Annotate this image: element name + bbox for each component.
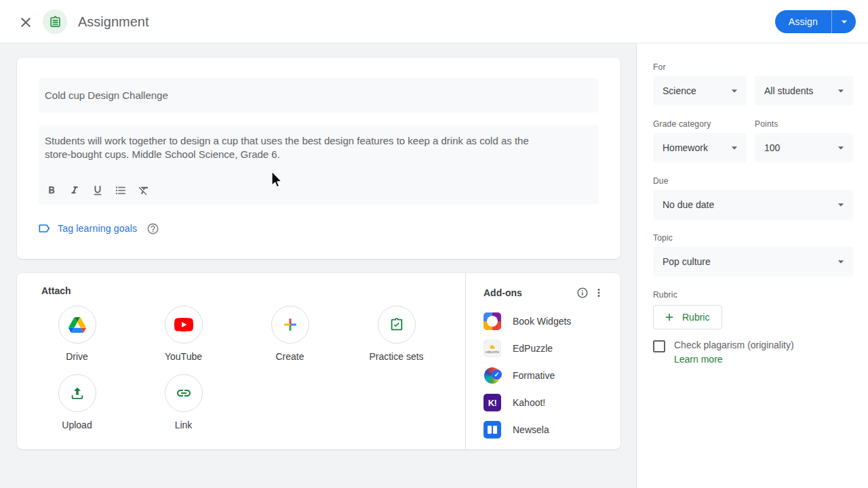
topic-label: Topic [653,233,853,243]
italic-button[interactable] [63,179,86,202]
plus-icon [663,311,675,323]
underline-button[interactable] [86,179,109,202]
attach-upload-button[interactable]: Upload [24,374,130,430]
students-select[interactable]: All students [755,76,853,106]
grade-category-select[interactable]: Homework [653,133,747,163]
addons-pane: Add-ons [465,273,620,449]
due-date-select[interactable]: No due date [653,190,853,220]
plagiarism-row: Check plagarism (originality) Learn more [653,340,853,365]
dropdown-arrow-icon [728,141,741,155]
assignment-editor: Assignment Assign Students will work tog… [0,0,868,488]
dropdown-arrow-icon [834,198,848,211]
points-select[interactable]: 100 [755,133,853,163]
dropdown-arrow-icon [837,15,851,28]
addons-menu-button[interactable] [591,285,607,301]
class-select[interactable]: Science [653,76,747,106]
attach-youtube-button[interactable]: YouTube [130,306,237,362]
addon-formative[interactable]: ✓ Formative [484,362,607,389]
dropdown-arrow-icon [834,141,848,155]
topic-select[interactable]: Pop culture [653,247,853,277]
grade-category-label: Grade category [653,119,747,129]
dropdown-arrow-icon [728,84,741,98]
dropdown-arrow-icon [834,84,848,98]
addons-info-button[interactable] [574,285,591,301]
close-icon [18,14,34,30]
formatting-toolbar [40,179,155,202]
plagiarism-checkbox[interactable] [653,340,665,352]
create-plus-icon [282,317,298,333]
google-drive-icon [68,317,86,333]
addon-edpuzzle[interactable]: edpuzzle EdPuzzle [484,335,607,362]
practice-sets-icon [389,317,404,332]
underline-icon [92,184,104,197]
dropdown-arrow-icon [834,255,848,268]
tag-icon [37,222,51,235]
instructions-field[interactable]: Students will work together to design a … [39,125,599,205]
addon-newsela[interactable]: Newsela [484,416,607,443]
book-widgets-icon [484,312,501,330]
settings-sidebar: For Science All students Grade category [636,43,868,488]
addons-list: Book Widgets edpuzzle EdPuzzle [484,308,607,443]
add-rubric-button[interactable]: Rubric [653,305,722,329]
attach-drive-label: Drive [66,351,88,362]
newsela-icon [484,421,501,439]
bold-button[interactable] [40,179,63,202]
clear-formatting-button[interactable] [132,179,155,202]
points-label: Points [755,119,853,129]
kebab-menu-icon [593,287,605,299]
page-title: Assignment [78,14,149,29]
upload-icon [70,386,85,401]
assignment-clipboard-icon [49,16,62,28]
tag-learning-goals-button[interactable]: Tag learning goals [37,222,137,235]
main-content: Students will work together to design a … [0,43,636,488]
assign-dropdown-button[interactable] [831,10,856,33]
addon-kahoot[interactable]: K! Kahoot! [484,389,607,416]
assign-split-button: Assign [775,10,856,33]
plagiarism-label: Check plagarism (originality) [674,340,794,350]
attach-upload-label: Upload [62,420,92,430]
help-icon [146,222,159,235]
for-label: For [653,62,853,72]
edpuzzle-icon: edpuzzle [484,340,501,357]
attachments-card: Attach [17,273,620,449]
help-button[interactable] [146,222,160,235]
learn-more-link[interactable]: Learn more [674,354,723,365]
addons-title: Add-ons [484,287,574,298]
attach-practice-sets-label: Practice sets [369,351,423,362]
attach-title: Attach [41,285,71,296]
link-icon [176,385,192,401]
attach-practice-sets-button[interactable]: Practice sets [343,306,450,362]
youtube-icon [174,318,193,331]
close-button[interactable] [18,14,34,30]
attach-create-label: Create [275,351,304,362]
attach-youtube-label: YouTube [165,351,202,362]
assignment-type-badge [43,9,67,34]
formative-icon: ✓ [484,367,501,384]
rubric-label: Rubric [653,290,853,300]
attach-link-label: Link [175,420,193,430]
assign-button[interactable]: Assign [775,10,831,33]
bold-icon [45,184,58,197]
attach-pane: Attach [17,273,465,449]
due-label: Due [653,176,853,186]
kahoot-icon: K! [484,394,501,411]
addon-book-widgets[interactable]: Book Widgets [484,308,607,335]
title-input[interactable] [39,78,599,113]
attach-link-button[interactable]: Link [130,374,237,430]
italic-icon [68,184,81,197]
instructions-text: Students will work together to design a … [45,134,557,161]
bulleted-list-icon [115,184,127,197]
attach-drive-button[interactable]: Drive [24,306,130,362]
tag-learning-goals-row: Tag learning goals [37,222,160,235]
top-bar: Assignment Assign [0,0,868,43]
clear-formatting-icon [138,184,150,197]
attach-options: Drive YouTube [24,306,450,430]
assignment-form-card: Students will work together to design a … [17,58,620,259]
bulleted-list-button[interactable] [109,179,132,202]
info-icon [576,287,589,299]
tag-learning-goals-label: Tag learning goals [58,223,137,234]
attach-create-button[interactable]: Create [237,306,343,362]
